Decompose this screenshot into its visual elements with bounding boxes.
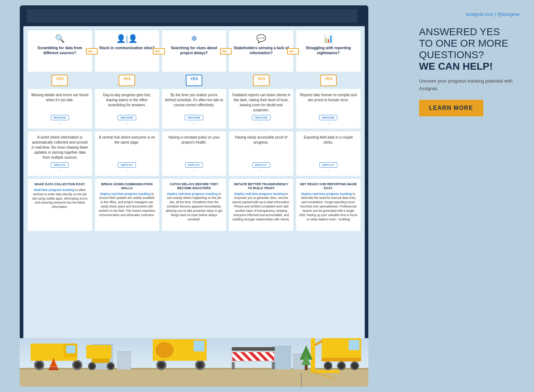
question-icon-4: 💬 (256, 34, 266, 43)
final-row: MAKE DATA COLLECTION EASY Real-time prog… (28, 179, 360, 231)
imagine-btn-1[interactable]: IMAGINE (51, 115, 69, 120)
question-icon-5: 📊 (323, 34, 333, 43)
deploy-btn-2[interactable]: DEPLOY (118, 162, 136, 168)
problem-text-5: Reports take forever to compile and are … (299, 93, 358, 103)
yes-row: YES ↓ YES ↓ YES ↓ YES ↓ (28, 75, 360, 86)
final-card-1: MAKE DATA COLLECTION EASY Real-time prog… (28, 179, 92, 231)
imagine-btn-3[interactable]: IMAGINE (185, 115, 203, 120)
final-card-5: GET READY FOR REPORTING MADE EASY Deploy… (296, 179, 360, 231)
imagine-btn-2[interactable]: IMAGINE (118, 115, 136, 120)
question-card-5: 📊 Struggling with reporting nightmares? (296, 31, 360, 72)
final-card-4: INITIATE BETTER TRANSPARENCY TO BUILD TR… (229, 179, 293, 231)
problem-text-3: By the time you realize you're behind sc… (165, 93, 224, 108)
problem-text-1: Missing details and errors are found whe… (31, 93, 89, 103)
tree (300, 345, 313, 370)
deploy-btn-1[interactable]: DEPLOY (51, 162, 69, 168)
problem-card-1: Missing details and errors are found whe… (28, 89, 92, 129)
we-can-help: WE CAN HELP! (419, 61, 520, 72)
deploy-btn-5[interactable]: DEPLOY (319, 162, 337, 168)
question-icon-1: 🔍 (55, 34, 65, 43)
solution-text-3: Having a constant pulse on your project'… (165, 135, 224, 145)
final-card-3: CATCH DELAYS BEFORE THEY BECOME DISASTER… (162, 179, 226, 231)
yes-badge-2: YES ↓ (119, 75, 135, 87)
question-icon-3: ❄ (191, 34, 197, 43)
problems-row: Missing details and errors are found whe… (28, 89, 360, 129)
yes-badge-5: YES ↓ (320, 75, 337, 87)
solution-card-1: A world where information is automatical… (28, 131, 92, 176)
solution-card-2: A central hub where everyone is on the s… (95, 131, 159, 176)
top-bar-bg (27, 9, 358, 23)
uncover-text: Uncover your progress tracking potential… (419, 78, 520, 93)
final-highlight-1: Real-time progress tracking (34, 188, 74, 192)
final-title-5: GET READY FOR REPORTING MADE EASY (299, 182, 358, 190)
final-card-2: BREAK DOWN COMMUNICATION WALLS Deploy re… (95, 179, 159, 231)
final-title-4: INITIATE BETTER TRANSPARENCY TO BUILD TR… (232, 182, 290, 190)
building-2 (117, 351, 131, 369)
question-text-4: Stakeholders sensing a lack of informati… (232, 46, 290, 55)
question-text-1: Scrambling for data from different sourc… (31, 46, 89, 55)
no-badge-1: NO→ (86, 48, 98, 55)
final-highlight-5: Deploy real-time progress tracking (301, 192, 352, 196)
final-body-1: Real-time progress tracking to allow wor… (31, 188, 89, 209)
deploy-btn-3[interactable]: DEPLOY (185, 162, 203, 168)
question-card-3: ❄ Searching for clues about project dela… (162, 31, 226, 72)
question-text-3: Searching for clues about project delays… (165, 46, 224, 55)
problem-text-2: Day-to-day progress gets lost, leaving t… (98, 93, 156, 108)
solution-card-5: Exporting field data in a couple clicks.… (296, 131, 360, 176)
problem-card-5: Reports take forever to compile and are … (296, 89, 360, 129)
sidebar: assignar.com | @assignar ANSWERED YES TO… (419, 11, 520, 116)
yes-wrap-1: YES ↓ (28, 75, 92, 86)
final-body-2: Deploy real-time progress tracking to en… (98, 192, 156, 218)
barrier (232, 347, 275, 369)
final-highlight-2: Deploy real-time progress tracking (100, 192, 150, 196)
solution-card-3: Having a constant pulse on your project'… (162, 131, 226, 176)
final-body-5: Deploy real-time progress tracking to el… (299, 192, 358, 222)
question-card-2: 👤|👤 Stuck in communication silos? NO→ (95, 31, 159, 72)
cement-mixer (153, 339, 207, 370)
no-badge-2: NO→ (153, 48, 165, 55)
traffic-cone (49, 358, 59, 370)
solution-text-2: A central hub where everyone is on the s… (98, 135, 156, 145)
brand-area: assignar.com | @assignar (419, 11, 520, 17)
final-highlight-4: Deploy real-time progress tracking (234, 192, 285, 196)
main-frame: 🔍 Scrambling for data from different sou… (20, 5, 368, 386)
question-text-2: Stuck in communication silos? (99, 46, 155, 51)
yes-wrap-2: YES ↓ (95, 75, 159, 86)
solution-card-4: Having easily accessible proof of progre… (229, 131, 293, 176)
solution-text-5: Exporting field data in a couple clicks. (299, 135, 358, 145)
small-machine (86, 345, 115, 370)
problem-card-2: Day-to-day progress gets lost, leaving t… (95, 89, 159, 129)
deploy-btn-4[interactable]: DEPLOY (252, 162, 270, 168)
learn-more-wrap: LEARN MORE (419, 100, 483, 116)
question-text-5: Struggling with reporting nightmares? (299, 46, 358, 55)
imagine-btn-5[interactable]: IMAGINE (319, 115, 338, 120)
yes-wrap-4: YES ↓ (229, 75, 293, 86)
answered-text: ANSWERED YES TO ONE OR MORE QUESTIONS? (419, 26, 520, 61)
problem-text-4: Outdated reports can leave clients in th… (232, 93, 290, 113)
no-badge-4: NO→ (287, 48, 299, 55)
yes-wrap-5: YES ↓ (296, 75, 360, 86)
brand-link: assignar.com | @assignar (466, 11, 520, 17)
yes-badge-1: YES ↓ (51, 75, 68, 87)
top-bar (20, 5, 368, 26)
question-card-4: 💬 Stakeholders sensing a lack of informa… (229, 31, 293, 72)
problem-card-4: Outdated reports can leave clients in th… (229, 89, 293, 129)
final-body-3: Deploy real-time progress tracking to se… (165, 192, 224, 222)
yes-wrap-3: YES ↓ (162, 75, 226, 86)
solution-text-4: Having easily accessible proof of progre… (232, 135, 290, 145)
answered-section: ANSWERED YES TO ONE OR MORE QUESTIONS? W… (419, 26, 520, 72)
question-card-1: 🔍 Scrambling for data from different sou… (28, 31, 92, 72)
problem-card-3: By the time you realize you're behind sc… (162, 89, 226, 129)
solutions-row: A world where information is automatical… (28, 131, 360, 176)
no-badge-3: NO→ (220, 48, 232, 55)
content-area: 🔍 Scrambling for data from different sou… (23, 26, 365, 382)
learn-more-button[interactable]: LEARN MORE (419, 100, 483, 116)
final-title-2: BREAK DOWN COMMUNICATION WALLS (98, 182, 156, 190)
yes-badge-4: YES ↓ (253, 75, 270, 87)
questions-row: 🔍 Scrambling for data from different sou… (28, 31, 360, 72)
final-body-4: Deploy real-time progress tracking to em… (232, 192, 290, 222)
final-title-1: MAKE DATA COLLECTION EASY (31, 182, 89, 186)
final-title-3: CATCH DELAYS BEFORE THEY BECOME DISASTER… (165, 182, 224, 190)
question-icon-2: 👤|👤 (116, 34, 138, 43)
imagine-btn-4[interactable]: IMAGINE (252, 115, 271, 120)
